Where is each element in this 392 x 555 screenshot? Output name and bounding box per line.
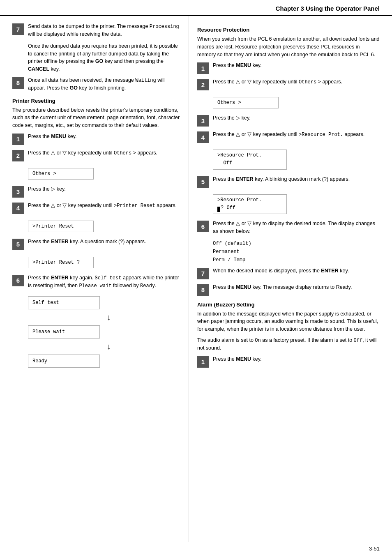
step-7-para: Once the dumped data you require has bee… xyxy=(28,42,180,73)
rp-step-5-num: 5 xyxy=(197,176,209,188)
rp-step-6-num: 6 xyxy=(197,221,209,232)
rp-step-6-row: 6 Press the △ or ▽ key to display the de… xyxy=(197,220,380,235)
alarm-step-1-row: 1 Press the MENU key. xyxy=(197,355,380,368)
step-8-row: 8 Once all data has been received, the m… xyxy=(12,76,180,92)
pr-step-6-text: Press the ENTER key again. Self test app… xyxy=(28,274,180,290)
pr-step-3-num: 3 xyxy=(12,186,24,198)
alarm-title: Alarm (Buzzer) Setting xyxy=(197,302,380,308)
rp-step-1-num: 1 xyxy=(197,62,209,74)
rp-step-4-num: 4 xyxy=(197,131,209,143)
step-7-code: Processing xyxy=(150,24,179,30)
rp-step-8-text: Press the MENU key. The message display … xyxy=(213,283,380,291)
step-7-num: 7 xyxy=(12,23,24,35)
step-7-row: 7 Send data to be dumped to the printer.… xyxy=(12,23,180,38)
rp-step-6-text: Press the △ or ▽ key to display the desi… xyxy=(213,220,380,235)
pr-step-2-row: 2 Press the △ or ▽ key repeatedly until … xyxy=(12,149,180,161)
pr-step-5-text: Press the ENTER key. A question mark (?)… xyxy=(28,238,180,246)
rp-step-8-row: 8 Press the MENU key. The message displa… xyxy=(197,283,380,296)
pr-step-2-num: 2 xyxy=(12,150,24,161)
content-area: 7 Send data to be dumped to the printer.… xyxy=(0,16,392,542)
alarm-step-1-text: Press the MENU key. xyxy=(213,355,380,363)
resource-protection-title: Resource Protection xyxy=(197,27,380,33)
rp-step-7-text: When the desired mode is displayed, pres… xyxy=(213,267,380,275)
rp-step-4-box: >Resource Prot. Off xyxy=(213,150,287,169)
pr-step-1-text: Press the MENU key. xyxy=(28,133,180,140)
rp-step-3-num: 3 xyxy=(197,115,209,127)
pr-step-3-row: 3 Press the ▷ key. xyxy=(12,185,180,198)
pr-step-5-row: 5 Press the ENTER key. A question mark (… xyxy=(12,238,180,250)
pr-step-4-box: >Printer Reset xyxy=(28,221,94,232)
rp-step-2-num: 2 xyxy=(197,79,209,90)
pr-step-5-num: 5 xyxy=(12,239,24,250)
chapter-title: Chapter 3 Using the Operator Panel xyxy=(276,5,380,12)
rp-step-2-text: Press the △ or ▽ key repeatedly until Ot… xyxy=(213,78,380,86)
pr-step-3-text: Press the ▷ key. xyxy=(28,185,180,193)
printer-resetting-body: The procedure described below resets the… xyxy=(12,106,180,129)
blink-cursor xyxy=(217,207,220,212)
alarm-step-1-num: 1 xyxy=(197,356,209,368)
rp-step-4-text: Press the △ or ▽ key repeatedly until >R… xyxy=(213,131,380,138)
rp-body: When you switch from the PCL 6 emulation… xyxy=(197,35,380,58)
rp-step-4-row: 4 Press the △ or ▽ key repeatedly until … xyxy=(197,131,380,143)
page-number: 3-51 xyxy=(0,542,392,555)
pr-step-4-text: Press the △ or ▽ key repeatedly until >P… xyxy=(28,202,180,210)
rp-step-1-text: Press the MENU key. xyxy=(213,62,380,69)
arrow-down-2: ↓ xyxy=(37,342,180,351)
step-7-text: Send data to be dumped to the printer. T… xyxy=(28,23,180,38)
page: Chapter 3 Using the Operator Panel 7 Sen… xyxy=(0,0,392,555)
step-8-num: 8 xyxy=(12,77,24,89)
arrow-down-1: ↓ xyxy=(37,313,180,322)
rp-step-7-num: 7 xyxy=(197,268,209,279)
alarm-body2: The audio alarm is set to On as a factor… xyxy=(197,336,380,352)
rp-step-7-row: 7 When the desired mode is displayed, pr… xyxy=(197,267,380,279)
rp-step-5-box: >Resource Prot. ? Off xyxy=(213,194,287,214)
right-column: Resource Protection When you switch from… xyxy=(189,16,392,542)
pr-step-4-row: 4 Press the △ or ▽ key repeatedly until … xyxy=(12,202,180,214)
self-test-box: Self test xyxy=(28,296,100,309)
pr-step-2-text: Press the △ or ▽ key repeatedly until Ot… xyxy=(28,149,180,157)
ready-box: Ready xyxy=(28,355,100,368)
rp-step-1-row: 1 Press the MENU key. xyxy=(197,62,380,74)
rp-step-3-text: Press the ▷ key. xyxy=(213,114,380,122)
pr-step-4-num: 4 xyxy=(12,203,24,214)
step-8-code: Waiting xyxy=(135,78,156,83)
page-num-text: 3-51 xyxy=(369,546,380,552)
chapter-header: Chapter 3 Using the Operator Panel xyxy=(0,0,392,16)
rp-step-3-row: 3 Press the ▷ key. xyxy=(197,114,380,127)
pr-step-6-num: 6 xyxy=(12,275,24,286)
pr-step-2-box: Others > xyxy=(28,168,94,180)
pr-step-1-row: 1 Press the MENU key. xyxy=(12,133,180,145)
pr-step-1-num: 1 xyxy=(12,134,24,145)
printer-resetting-title: Printer Resetting xyxy=(12,98,180,104)
please-wait-box: Please wait xyxy=(28,325,100,339)
pr-step-5-box: >Printer Reset ? xyxy=(28,257,94,268)
rp-step-2-row: 2 Press the △ or ▽ key repeatedly until … xyxy=(197,78,380,90)
alarm-body1: In addition to the message displayed whe… xyxy=(197,310,380,333)
step-8-text: Once all data has been received, the mes… xyxy=(28,76,180,92)
left-column: 7 Send data to be dumped to the printer.… xyxy=(0,16,189,542)
rp-step-2-box: Others > xyxy=(213,97,279,108)
rp-step-5-text: Press the ENTER key. A blinking question… xyxy=(213,175,380,183)
rp-step-5-row: 5 Press the ENTER key. A blinking questi… xyxy=(197,175,380,188)
rp-step-8-num: 8 xyxy=(197,284,209,296)
pr-step-6-row: 6 Press the ENTER key again. Self test a… xyxy=(12,274,180,290)
rp-options: Off (default) Permanent Perm / Temp xyxy=(213,240,380,265)
